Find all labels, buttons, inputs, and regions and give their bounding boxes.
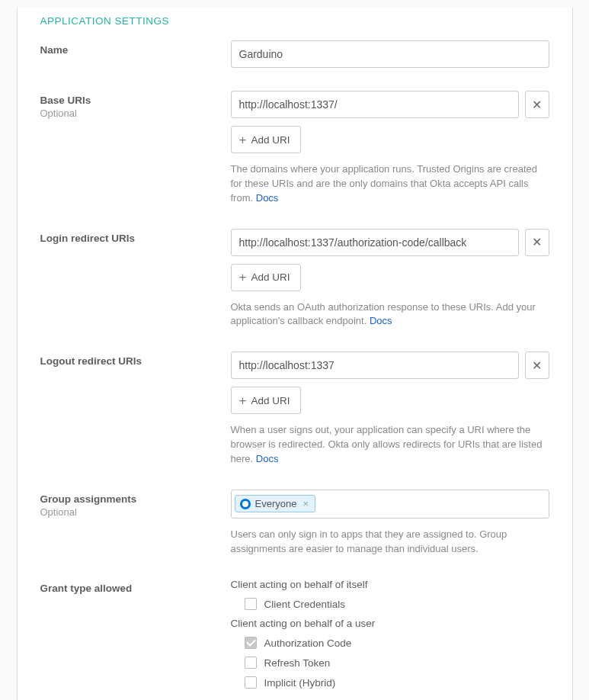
login-uri-input[interactable] (231, 229, 519, 256)
plus-icon: + (239, 271, 247, 284)
logout-uri-row: ✕ (231, 352, 549, 379)
base-uri-input[interactable] (231, 91, 519, 118)
checkbox-label: Implicit (Hybrid) (264, 677, 336, 689)
logout-redirect-help: When a user signs out, your application … (231, 423, 549, 467)
remove-login-uri-button[interactable]: ✕ (525, 229, 549, 256)
remove-base-uri-button[interactable]: ✕ (525, 91, 549, 118)
login-redirect-docs-link[interactable]: Docs (370, 315, 392, 326)
row-grant-type: Grant type allowed Client acting on beha… (40, 579, 549, 700)
base-uris-docs-link[interactable]: Docs (256, 192, 279, 204)
logout-redirect-docs-link[interactable]: Docs (256, 453, 279, 464)
row-login-redirect: Login redirect URIs ✕ + Add URI Okta sen… (40, 229, 549, 329)
name-label: Name (40, 44, 231, 56)
group-assignments-help: Users can only sign in to apps that they… (231, 528, 549, 557)
plus-icon: + (239, 133, 247, 146)
group-assignments-label: Group assignments (40, 493, 231, 505)
group-icon (240, 499, 251, 509)
row-name: Name (40, 40, 549, 68)
checkbox-icon (245, 676, 257, 689)
base-uris-optional: Optional (40, 108, 231, 119)
grant-type-label: Grant type allowed (40, 583, 231, 594)
checkbox-label: Refresh Token (264, 657, 331, 669)
row-base-uris: Base URIs Optional ✕ + Add URI The domai… (40, 91, 549, 206)
checkbox-implicit[interactable]: Implicit (Hybrid) (231, 676, 549, 689)
login-uri-row: ✕ (231, 229, 549, 256)
grant-user-heading: Client acting on behalf of a user (231, 618, 549, 629)
checkbox-client-credentials[interactable]: Client Credentials (231, 598, 549, 610)
logout-redirect-label: Logout redirect URIs (40, 355, 231, 367)
close-icon: ✕ (532, 235, 542, 249)
grant-self-heading: Client acting on behalf of itself (231, 579, 549, 590)
base-uris-help: The domains where your application runs.… (231, 162, 549, 206)
group-assignments-optional: Optional (40, 506, 231, 518)
add-logout-uri-button[interactable]: + Add URI (231, 387, 302, 414)
close-icon: ✕ (532, 358, 542, 373)
plus-icon: + (239, 394, 247, 407)
section-title: APPLICATION SETTINGS (40, 15, 549, 27)
remove-logout-uri-button[interactable]: ✕ (525, 352, 549, 379)
row-group-assignments: Group assignments Optional Everyone × Us… (40, 490, 549, 557)
base-uri-row: ✕ (231, 91, 549, 118)
add-base-uri-button[interactable]: + Add URI (231, 126, 302, 153)
group-tag-label: Everyone (255, 498, 297, 509)
add-uri-label: Add URI (251, 134, 290, 146)
add-uri-label: Add URI (251, 395, 290, 406)
checkbox-authorization-code[interactable]: Authorization Code (231, 637, 549, 649)
group-assignments-field[interactable]: Everyone × (231, 490, 549, 519)
add-uri-label: Add URI (251, 271, 290, 283)
login-redirect-label: Login redirect URIs (40, 233, 231, 244)
close-icon: ✕ (532, 98, 542, 112)
checkbox-icon (245, 598, 257, 610)
name-input[interactable] (231, 40, 549, 68)
checkbox-refresh-token[interactable]: Refresh Token (231, 657, 549, 669)
base-uris-label: Base URIs (40, 95, 231, 106)
group-tag-everyone: Everyone × (235, 495, 316, 512)
logout-uri-input[interactable] (231, 352, 519, 379)
login-redirect-help: Okta sends an OAuth authorization respon… (231, 300, 549, 329)
remove-tag-icon[interactable]: × (301, 498, 310, 509)
checkbox-icon (245, 657, 257, 669)
add-login-uri-button[interactable]: + Add URI (231, 264, 302, 291)
checkbox-label: Authorization Code (264, 637, 352, 649)
settings-panel: APPLICATION SETTINGS Name Base URIs Opti… (17, 8, 573, 700)
checkbox-label: Client Credentials (264, 599, 346, 610)
row-logout-redirect: Logout redirect URIs ✕ + Add URI When a … (40, 352, 549, 467)
checkbox-icon (245, 637, 257, 649)
